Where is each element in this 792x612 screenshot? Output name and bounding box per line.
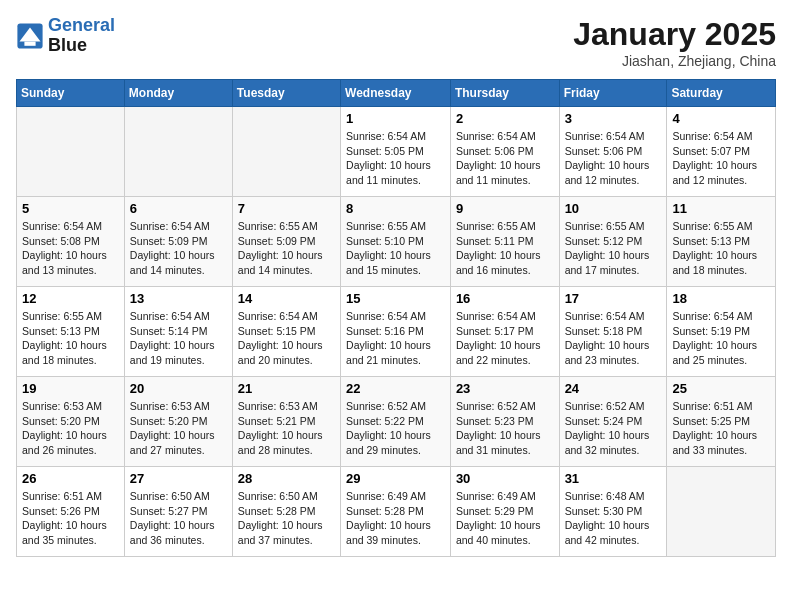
day-info: Sunrise: 6:54 AM Sunset: 5:18 PM Dayligh… — [565, 309, 662, 368]
calendar-cell: 14Sunrise: 6:54 AM Sunset: 5:15 PM Dayli… — [232, 287, 340, 377]
calendar-cell — [232, 107, 340, 197]
day-info: Sunrise: 6:54 AM Sunset: 5:05 PM Dayligh… — [346, 129, 445, 188]
day-number: 12 — [22, 291, 119, 306]
day-info: Sunrise: 6:53 AM Sunset: 5:20 PM Dayligh… — [130, 399, 227, 458]
calendar-cell: 9Sunrise: 6:55 AM Sunset: 5:11 PM Daylig… — [450, 197, 559, 287]
week-row-1: 1Sunrise: 6:54 AM Sunset: 5:05 PM Daylig… — [17, 107, 776, 197]
calendar-cell: 17Sunrise: 6:54 AM Sunset: 5:18 PM Dayli… — [559, 287, 667, 377]
day-number: 13 — [130, 291, 227, 306]
header-tuesday: Tuesday — [232, 80, 340, 107]
day-number: 23 — [456, 381, 554, 396]
day-info: Sunrise: 6:55 AM Sunset: 5:11 PM Dayligh… — [456, 219, 554, 278]
day-info: Sunrise: 6:51 AM Sunset: 5:26 PM Dayligh… — [22, 489, 119, 548]
day-number: 19 — [22, 381, 119, 396]
week-row-2: 5Sunrise: 6:54 AM Sunset: 5:08 PM Daylig… — [17, 197, 776, 287]
day-number: 10 — [565, 201, 662, 216]
calendar-cell: 28Sunrise: 6:50 AM Sunset: 5:28 PM Dayli… — [232, 467, 340, 557]
day-info: Sunrise: 6:53 AM Sunset: 5:20 PM Dayligh… — [22, 399, 119, 458]
day-info: Sunrise: 6:54 AM Sunset: 5:06 PM Dayligh… — [565, 129, 662, 188]
week-row-5: 26Sunrise: 6:51 AM Sunset: 5:26 PM Dayli… — [17, 467, 776, 557]
calendar-cell: 26Sunrise: 6:51 AM Sunset: 5:26 PM Dayli… — [17, 467, 125, 557]
day-number: 8 — [346, 201, 445, 216]
calendar-cell: 4Sunrise: 6:54 AM Sunset: 5:07 PM Daylig… — [667, 107, 776, 197]
day-number: 31 — [565, 471, 662, 486]
day-info: Sunrise: 6:54 AM Sunset: 5:08 PM Dayligh… — [22, 219, 119, 278]
day-info: Sunrise: 6:54 AM Sunset: 5:17 PM Dayligh… — [456, 309, 554, 368]
day-number: 1 — [346, 111, 445, 126]
calendar-table: SundayMondayTuesdayWednesdayThursdayFrid… — [16, 79, 776, 557]
day-number: 5 — [22, 201, 119, 216]
day-number: 6 — [130, 201, 227, 216]
day-number: 29 — [346, 471, 445, 486]
day-number: 18 — [672, 291, 770, 306]
calendar-cell: 16Sunrise: 6:54 AM Sunset: 5:17 PM Dayli… — [450, 287, 559, 377]
day-number: 3 — [565, 111, 662, 126]
day-info: Sunrise: 6:54 AM Sunset: 5:16 PM Dayligh… — [346, 309, 445, 368]
calendar-cell: 8Sunrise: 6:55 AM Sunset: 5:10 PM Daylig… — [341, 197, 451, 287]
day-number: 14 — [238, 291, 335, 306]
calendar-cell: 24Sunrise: 6:52 AM Sunset: 5:24 PM Dayli… — [559, 377, 667, 467]
day-number: 21 — [238, 381, 335, 396]
calendar-cell: 20Sunrise: 6:53 AM Sunset: 5:20 PM Dayli… — [124, 377, 232, 467]
calendar-cell — [124, 107, 232, 197]
calendar-cell: 29Sunrise: 6:49 AM Sunset: 5:28 PM Dayli… — [341, 467, 451, 557]
day-info: Sunrise: 6:52 AM Sunset: 5:24 PM Dayligh… — [565, 399, 662, 458]
page-header: General Blue January 2025 Jiashan, Zheji… — [16, 16, 776, 69]
logo-icon — [16, 22, 44, 50]
day-info: Sunrise: 6:53 AM Sunset: 5:21 PM Dayligh… — [238, 399, 335, 458]
calendar-cell: 6Sunrise: 6:54 AM Sunset: 5:09 PM Daylig… — [124, 197, 232, 287]
day-info: Sunrise: 6:54 AM Sunset: 5:19 PM Dayligh… — [672, 309, 770, 368]
day-info: Sunrise: 6:55 AM Sunset: 5:10 PM Dayligh… — [346, 219, 445, 278]
calendar-cell: 10Sunrise: 6:55 AM Sunset: 5:12 PM Dayli… — [559, 197, 667, 287]
day-info: Sunrise: 6:54 AM Sunset: 5:06 PM Dayligh… — [456, 129, 554, 188]
week-row-3: 12Sunrise: 6:55 AM Sunset: 5:13 PM Dayli… — [17, 287, 776, 377]
day-number: 27 — [130, 471, 227, 486]
day-info: Sunrise: 6:49 AM Sunset: 5:29 PM Dayligh… — [456, 489, 554, 548]
day-number: 30 — [456, 471, 554, 486]
day-info: Sunrise: 6:48 AM Sunset: 5:30 PM Dayligh… — [565, 489, 662, 548]
calendar-cell — [667, 467, 776, 557]
header-monday: Monday — [124, 80, 232, 107]
logo-line2: Blue — [48, 36, 115, 56]
day-number: 16 — [456, 291, 554, 306]
day-info: Sunrise: 6:52 AM Sunset: 5:23 PM Dayligh… — [456, 399, 554, 458]
day-info: Sunrise: 6:52 AM Sunset: 5:22 PM Dayligh… — [346, 399, 445, 458]
calendar-cell: 31Sunrise: 6:48 AM Sunset: 5:30 PM Dayli… — [559, 467, 667, 557]
day-info: Sunrise: 6:54 AM Sunset: 5:15 PM Dayligh… — [238, 309, 335, 368]
calendar-cell: 11Sunrise: 6:55 AM Sunset: 5:13 PM Dayli… — [667, 197, 776, 287]
day-info: Sunrise: 6:49 AM Sunset: 5:28 PM Dayligh… — [346, 489, 445, 548]
calendar-cell: 27Sunrise: 6:50 AM Sunset: 5:27 PM Dayli… — [124, 467, 232, 557]
day-number: 25 — [672, 381, 770, 396]
day-info: Sunrise: 6:50 AM Sunset: 5:27 PM Dayligh… — [130, 489, 227, 548]
logo-text: General Blue — [48, 16, 115, 56]
day-info: Sunrise: 6:55 AM Sunset: 5:09 PM Dayligh… — [238, 219, 335, 278]
title-block: January 2025 Jiashan, Zhejiang, China — [573, 16, 776, 69]
calendar-cell: 13Sunrise: 6:54 AM Sunset: 5:14 PM Dayli… — [124, 287, 232, 377]
day-info: Sunrise: 6:51 AM Sunset: 5:25 PM Dayligh… — [672, 399, 770, 458]
day-info: Sunrise: 6:54 AM Sunset: 5:14 PM Dayligh… — [130, 309, 227, 368]
header-wednesday: Wednesday — [341, 80, 451, 107]
logo: General Blue — [16, 16, 115, 56]
day-number: 9 — [456, 201, 554, 216]
day-info: Sunrise: 6:55 AM Sunset: 5:13 PM Dayligh… — [672, 219, 770, 278]
calendar-subtitle: Jiashan, Zhejiang, China — [573, 53, 776, 69]
week-row-4: 19Sunrise: 6:53 AM Sunset: 5:20 PM Dayli… — [17, 377, 776, 467]
day-info: Sunrise: 6:55 AM Sunset: 5:13 PM Dayligh… — [22, 309, 119, 368]
calendar-cell: 23Sunrise: 6:52 AM Sunset: 5:23 PM Dayli… — [450, 377, 559, 467]
header-sunday: Sunday — [17, 80, 125, 107]
calendar-cell: 22Sunrise: 6:52 AM Sunset: 5:22 PM Dayli… — [341, 377, 451, 467]
calendar-cell: 21Sunrise: 6:53 AM Sunset: 5:21 PM Dayli… — [232, 377, 340, 467]
day-number: 20 — [130, 381, 227, 396]
calendar-cell: 5Sunrise: 6:54 AM Sunset: 5:08 PM Daylig… — [17, 197, 125, 287]
day-number: 22 — [346, 381, 445, 396]
day-number: 2 — [456, 111, 554, 126]
header-thursday: Thursday — [450, 80, 559, 107]
calendar-cell: 12Sunrise: 6:55 AM Sunset: 5:13 PM Dayli… — [17, 287, 125, 377]
calendar-cell: 15Sunrise: 6:54 AM Sunset: 5:16 PM Dayli… — [341, 287, 451, 377]
calendar-cell: 3Sunrise: 6:54 AM Sunset: 5:06 PM Daylig… — [559, 107, 667, 197]
day-number: 17 — [565, 291, 662, 306]
calendar-title: January 2025 — [573, 16, 776, 53]
day-number: 26 — [22, 471, 119, 486]
calendar-cell — [17, 107, 125, 197]
logo-line1: General — [48, 15, 115, 35]
